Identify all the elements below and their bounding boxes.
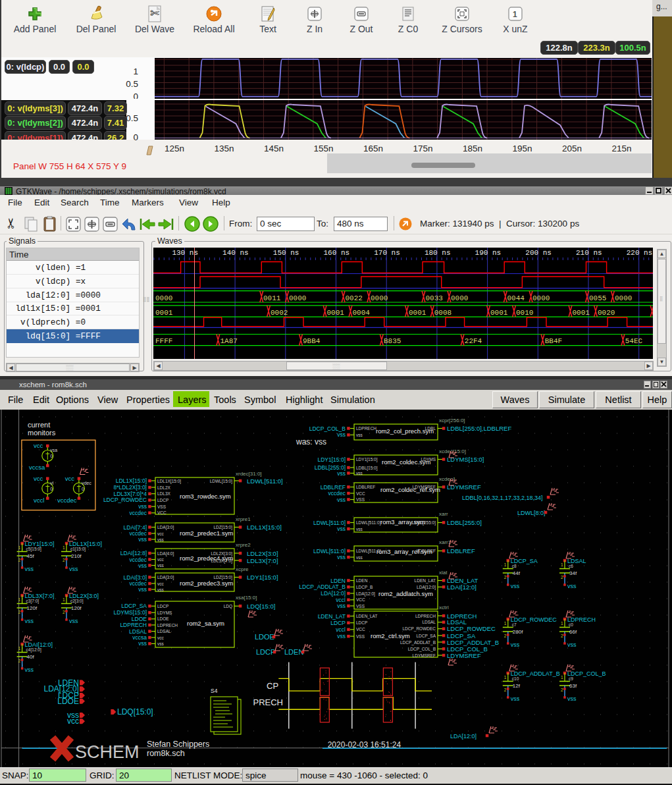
svg-text:LDWL[511:0]: LDWL[511:0] xyxy=(356,549,381,554)
svg-text:vcc: vcc xyxy=(157,557,165,562)
svg-text:2: 2 xyxy=(18,659,21,663)
svg-text:63f: 63f xyxy=(569,683,577,689)
svg-text:LDCP: LDCP xyxy=(330,620,346,626)
svg-text:1A87: 1A87 xyxy=(220,337,238,345)
svg-text:vss: vss xyxy=(337,497,346,503)
svg-text:LDEN_LAT: LDEN_LAT xyxy=(318,613,346,620)
svg-text:vss: vss xyxy=(511,695,520,702)
svg-text:0001: 0001 xyxy=(327,309,345,317)
svg-text:0033: 0033 xyxy=(426,294,443,302)
svg-text:vccl: vccl xyxy=(34,497,44,504)
svg-text:0001: 0001 xyxy=(155,309,173,317)
svg-text:vss: vss xyxy=(138,562,147,569)
svg-text:xcdec1: xcdec1 xyxy=(439,476,456,482)
svg-text:LDAI[12:0]: LDAI[12:0] xyxy=(25,641,53,648)
svg-text:LDWL[511:0]: LDWL[511:0] xyxy=(313,520,346,526)
svg-text:LDL3X[7:0]*4: LDL3X[7:0]*4 xyxy=(113,491,147,497)
svg-text:0022: 0022 xyxy=(346,294,363,302)
svg-text:✄: ✄ xyxy=(150,7,159,20)
svg-text:2: 2 xyxy=(63,610,65,614)
svg-text:Stefan Schippers: Stefan Schippers xyxy=(147,740,209,749)
svg-text:180 ns: 180 ns xyxy=(425,249,451,257)
svg-text:0000: 0000 xyxy=(371,294,388,302)
svg-text:LDL1X[15:0]: LDL1X[15:0] xyxy=(116,477,147,484)
svg-text:vccsa: vccsa xyxy=(29,464,45,471)
svg-text:1: 1 xyxy=(63,545,65,550)
svg-text:rom2_sa.sym: rom2_sa.sym xyxy=(187,620,224,627)
svg-text:0: 0 xyxy=(82,487,84,491)
svg-text:LDYMS: LDYMS xyxy=(421,457,436,462)
svg-text:monitors: monitors xyxy=(28,429,56,437)
svg-text:VSS: VSS xyxy=(356,634,365,639)
svg-text:150 ns: 150 ns xyxy=(273,249,299,257)
svg-text:1: 1 xyxy=(513,10,517,19)
svg-text:1: 1 xyxy=(18,646,21,651)
svg-text:vss: vss xyxy=(138,586,147,593)
svg-text:LDY1[15:0]: LDY1[15:0] xyxy=(356,457,378,462)
svg-text:LDEN: LDEN xyxy=(330,578,346,584)
svg-text:22F4: 22F4 xyxy=(465,337,482,345)
svg-text:120f: 120f xyxy=(27,605,38,611)
svg-text:xcpre: xcpre xyxy=(236,566,249,572)
svg-text:LDEN_LAT: LDEN_LAT xyxy=(415,578,436,583)
svg-text:vss: vss xyxy=(138,536,147,543)
svg-text:c8: c8 xyxy=(512,564,517,568)
svg-text:LDBLREF: LDBLREF xyxy=(321,484,346,491)
svg-text:LDL1X[15:0]: LDL1X[15:0] xyxy=(69,541,102,547)
svg-text:40f: 40f xyxy=(27,654,35,660)
svg-text:xarr: xarr xyxy=(439,511,448,517)
svg-text:0: 0 xyxy=(50,454,53,458)
svg-text:0008: 0008 xyxy=(434,309,452,317)
svg-text:210f: 210f xyxy=(71,553,82,559)
svg-text:0000: 0000 xyxy=(155,294,172,302)
svg-text:LDWL[15:0]: LDWL[15:0] xyxy=(210,479,233,484)
svg-text:LDAI[3:0]: LDAI[3:0] xyxy=(124,574,147,581)
svg-text:LDWL[511:0]: LDWL[511:0] xyxy=(356,520,381,526)
svg-text:0001: 0001 xyxy=(409,309,426,317)
svg-text:c6: c6 xyxy=(569,564,573,568)
svg-text:2: 2 xyxy=(561,688,563,692)
svg-text:190 ns: 190 ns xyxy=(475,249,502,257)
svg-text:66f: 66f xyxy=(569,629,577,635)
svg-text:0000: 0000 xyxy=(289,294,306,302)
svg-text:0002: 0002 xyxy=(271,309,288,317)
svg-text:vccdec: vccdec xyxy=(130,510,147,516)
svg-text:vss: vss xyxy=(157,587,165,592)
svg-text:LDWL[511:0]: LDWL[511:0] xyxy=(313,548,346,555)
svg-text:LDCP_COL_B: LDCP_COL_B xyxy=(567,670,606,677)
svg-text:LDCP_SA: LDCP_SA xyxy=(121,603,147,609)
svg-text:LDZ[15:0]: LDZ[15:0] xyxy=(213,525,232,530)
svg-text:c2[3:0]: c2[3:0] xyxy=(70,599,84,604)
svg-text:LDCP: LDCP xyxy=(157,498,168,502)
svg-text:vsa: vsa xyxy=(50,448,57,452)
svg-text:vcc: vcc xyxy=(34,442,43,449)
svg-text:vcc: vcc xyxy=(157,531,165,536)
svg-text:54EC: 54EC xyxy=(625,337,643,345)
svg-text:SCHEM: SCHEM xyxy=(75,742,140,762)
svg-text:LDBL[255:0]: LDBL[255:0] xyxy=(447,519,482,526)
svg-text:LDL3X: LDL3X xyxy=(157,491,171,496)
svg-text:vss: vss xyxy=(69,566,78,572)
svg-text:LDY1[15:0]: LDY1[15:0] xyxy=(25,541,55,547)
svg-text:45f: 45f xyxy=(27,553,35,559)
svg-text:44f: 44f xyxy=(513,570,521,576)
svg-text:vss: vss xyxy=(337,526,346,532)
svg-text:0000: 0000 xyxy=(532,294,550,302)
svg-text:c7: c7 xyxy=(512,622,517,627)
svg-text:VCC: VCC xyxy=(157,510,167,515)
svg-text:0000: 0000 xyxy=(451,294,468,302)
svg-text:12f: 12f xyxy=(513,683,521,689)
svg-text:xctrl: xctrl xyxy=(439,605,449,610)
svg-text:LDQ[15:0]: LDQ[15:0] xyxy=(247,603,275,610)
svg-text:LDCP_ROWDEC: LDCP_ROWDEC xyxy=(103,497,147,503)
svg-text:140 ns: 140 ns xyxy=(222,249,249,257)
svg-text:LDEN: LDEN xyxy=(356,578,368,583)
svg-text:200 ns: 200 ns xyxy=(525,249,552,257)
svg-text:xrdec[31:0]: xrdec[31:0] xyxy=(236,471,262,477)
svg-text:rom2_ctrl.sym: rom2_ctrl.sym xyxy=(371,632,410,639)
svg-text:vss: vss xyxy=(356,433,363,437)
svg-text:LDCP_ADDLAT_B: LDCP_ADDLAT_B xyxy=(511,670,560,677)
svg-text:8*LDL2X[3:0]: 8*LDL2X[3:0] xyxy=(113,484,147,491)
svg-text:LDL3X[7:0]: LDL3X[7:0] xyxy=(211,558,232,564)
svg-text:PRECH: PRECH xyxy=(253,697,284,707)
